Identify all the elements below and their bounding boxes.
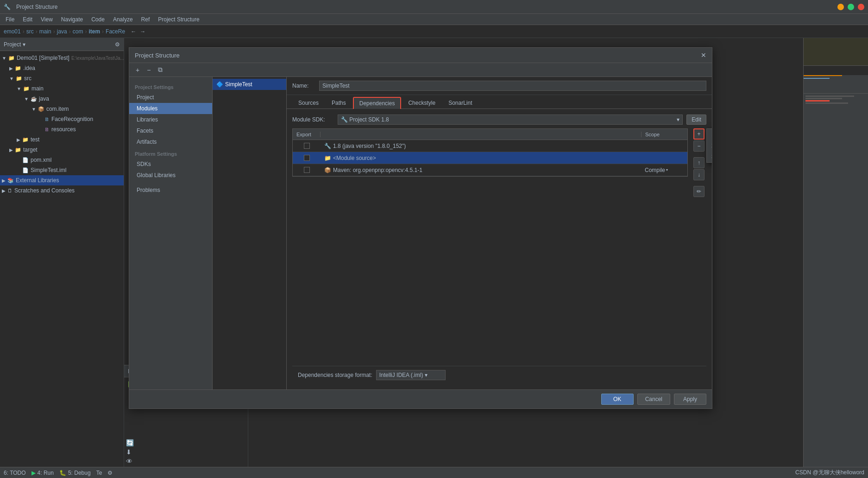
- tree-item-main[interactable]: ▼ 📁 main: [0, 83, 124, 94]
- name-input[interactable]: [319, 81, 706, 91]
- refresh-icon[interactable]: 🔄: [126, 439, 134, 446]
- maximize-button[interactable]: [848, 4, 854, 10]
- right-panel-top: [804, 38, 868, 66]
- status-right: CSDN @无聊大侠helloword: [795, 469, 864, 477]
- menu-analyze[interactable]: Analyze: [109, 15, 137, 24]
- breadcrumb-item[interactable]: com: [73, 28, 83, 35]
- dep-scope-maven[interactable]: Compile ▾: [641, 167, 687, 173]
- dropdown-module-dep-item[interactable]: 3 🔷 Module Dependency...: [707, 151, 712, 162]
- menu-code[interactable]: Code: [88, 15, 108, 24]
- nav-facets[interactable]: Facets: [129, 125, 212, 136]
- nav-problems[interactable]: Problems: [129, 185, 212, 196]
- te-status[interactable]: Te: [96, 470, 102, 476]
- dropdown-jars-item[interactable]: 1 📁 JARs or directories...: [707, 129, 712, 140]
- nav-artifacts[interactable]: Artifacts: [129, 136, 212, 147]
- move-up-button[interactable]: ↑: [693, 157, 704, 168]
- tree-label: pom.xml: [31, 157, 51, 163]
- tree-item-demo01[interactable]: ▼ 📁 Demo01 [SimpleTest] E:\example\JavaT…: [0, 53, 124, 63]
- run-status[interactable]: ▶ 4: Run: [31, 470, 54, 476]
- menu-ref[interactable]: Ref: [138, 15, 154, 24]
- dep-row-jdk[interactable]: 🔧 1.8 (java version "1.8.0_152"): [293, 140, 687, 152]
- tree-item-external-libraries[interactable]: ▶ 📚 External Libraries: [0, 175, 124, 185]
- remove-dep-button[interactable]: −: [693, 140, 704, 152]
- tree-item-idea[interactable]: ▶ 📁 .idea: [0, 63, 124, 73]
- bottom-action-icons: 🔄 ⬇ 👁: [126, 439, 134, 465]
- dialog-remove-button[interactable]: −: [144, 65, 153, 75]
- dialog-toolbar: + − ⧉: [129, 63, 712, 77]
- module-item-simpletest[interactable]: 🔷 SimpleTest: [213, 79, 286, 90]
- breadcrumb-item[interactable]: item: [88, 28, 100, 35]
- cancel-button[interactable]: Cancel: [637, 394, 670, 405]
- download-icon[interactable]: ⬇: [126, 448, 134, 456]
- tree-item-src[interactable]: ▼ 📁 src: [0, 73, 124, 83]
- dialog-add-button[interactable]: +: [133, 65, 142, 75]
- dep-row-module-source[interactable]: 📁 <Module source>: [293, 152, 687, 164]
- edit-sdk-button[interactable]: Edit: [686, 115, 706, 125]
- dropdown-library-item[interactable]: 2 📚 Library...: [707, 140, 712, 151]
- expand-icon: ▼: [31, 107, 36, 112]
- nav-libraries[interactable]: Libraries: [129, 114, 212, 125]
- tab-checkstyle[interactable]: Checkstyle: [402, 97, 441, 108]
- dep-row-maven[interactable]: 📦 Maven: org.openpnp:opencv:4.5.1-1 Comp…: [293, 164, 687, 176]
- tree-item-iml[interactable]: ▶ 📄 SimpleTest.iml: [0, 165, 124, 175]
- project-tree: ▼ 📁 Demo01 [SimpleTest] E:\example\JavaT…: [0, 51, 124, 467]
- breadcrumb-item[interactable]: FaceRe: [106, 28, 125, 35]
- file-icon: 🗎: [44, 116, 50, 122]
- tab-paths[interactable]: Paths: [326, 97, 352, 108]
- menu-file[interactable]: File: [2, 15, 18, 24]
- tab-sonarlint[interactable]: SonarLint: [442, 97, 478, 108]
- menu-project-structure[interactable]: Project Structure: [154, 15, 203, 24]
- down-icon: ↓: [698, 172, 700, 178]
- tree-item-resources[interactable]: ▶ 🗎 resources: [0, 124, 124, 134]
- minimize-button[interactable]: [837, 4, 844, 10]
- tree-label: SimpleTest.iml: [31, 167, 66, 173]
- tree-item-com-item[interactable]: ▼ 📦 com.item: [0, 104, 124, 114]
- ok-button[interactable]: OK: [601, 394, 634, 405]
- project-settings-icon[interactable]: ⚙: [115, 41, 120, 48]
- tab-dependencies[interactable]: Dependencies: [353, 97, 402, 109]
- tree-item-java[interactable]: ▼ ☕ java: [0, 94, 124, 104]
- breadcrumb-item[interactable]: main: [39, 28, 51, 35]
- breadcrumb-item[interactable]: java: [57, 28, 67, 35]
- breadcrumb-item[interactable]: emo01: [4, 28, 21, 35]
- dialog-body: Project Settings Project Modules Librari…: [129, 77, 712, 389]
- sdk-select[interactable]: 🔧 Project SDK 1.8 ▾: [338, 115, 683, 125]
- move-down-button[interactable]: ↓: [693, 169, 704, 180]
- breadcrumb-item[interactable]: src: [26, 28, 34, 35]
- dep-export-jdk: [293, 143, 321, 149]
- dialog-close-button[interactable]: ✕: [701, 51, 706, 59]
- tree-item-test[interactable]: ▶ 📁 test: [0, 134, 124, 145]
- add-dep-button[interactable]: + 1 📁 JARs or directories...: [693, 128, 704, 140]
- tree-item-scratches[interactable]: ▶ 🗒 Scratches and Consoles: [0, 185, 124, 196]
- nav-sdks[interactable]: SDKs: [129, 159, 212, 170]
- settings-status[interactable]: ⚙: [107, 470, 113, 476]
- expand-icon: ▶: [17, 137, 20, 142]
- tree-label: com.item: [46, 106, 69, 112]
- menu-bar: File Edit View Navigate Code Analyze Ref…: [0, 14, 868, 25]
- dep-label: 1.8 (java version "1.8.0_152"): [333, 143, 406, 149]
- tree-item-face-recognition[interactable]: ▶ 🗎 FaceRecognition: [0, 114, 124, 124]
- lib-item-num: 2: [711, 142, 712, 149]
- eye-icon[interactable]: 👁: [126, 458, 134, 465]
- dep-export-checkbox[interactable]: [304, 167, 310, 173]
- dialog-copy-button[interactable]: ⧉: [155, 65, 165, 75]
- tree-item-target[interactable]: ▶ 📁 target: [0, 145, 124, 155]
- edit-dep-button[interactable]: ✏: [693, 186, 704, 197]
- nav-global-libraries[interactable]: Global Libraries: [129, 170, 212, 181]
- menu-navigate[interactable]: Navigate: [57, 15, 87, 24]
- tree-item-pom[interactable]: ▶ 📄 pom.xml: [0, 155, 124, 165]
- menu-edit[interactable]: Edit: [19, 15, 36, 24]
- menu-view[interactable]: View: [37, 15, 57, 24]
- external-lib-icon: 📚: [7, 178, 14, 184]
- close-button[interactable]: [858, 4, 864, 10]
- storage-select[interactable]: IntelliJ IDEA (.iml) ▾: [376, 370, 446, 380]
- debug-status[interactable]: 🐛 5: Debug: [59, 470, 91, 476]
- todo-status[interactable]: 6: TODO: [4, 470, 26, 476]
- dep-export-checkbox[interactable]: [304, 143, 310, 149]
- nav-project[interactable]: Project: [129, 92, 212, 103]
- tab-sources[interactable]: Sources: [292, 97, 325, 108]
- nav-modules[interactable]: Modules: [129, 103, 212, 114]
- dialog-footer: OK Cancel Apply: [129, 389, 712, 408]
- apply-button[interactable]: Apply: [674, 394, 706, 405]
- dep-export-checkbox[interactable]: [304, 155, 310, 161]
